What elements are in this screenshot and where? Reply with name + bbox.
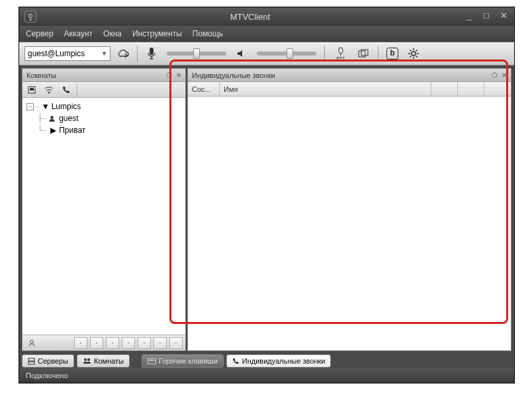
tree-private[interactable]: └·· ▶ Приват: [22, 124, 185, 136]
app-icon: [24, 11, 36, 22]
user-button[interactable]: [25, 337, 38, 350]
mic-button[interactable]: [143, 45, 160, 62]
menu-server[interactable]: Сервер: [26, 29, 54, 38]
svg-rect-16: [28, 358, 34, 361]
body: Комнаты ⬠ ✕ − ··: [19, 65, 514, 354]
tool-button-2[interactable]: ·: [90, 337, 103, 349]
menu-windows[interactable]: Окна: [103, 29, 122, 38]
tab-calls[interactable]: Индивидуальные звонки: [226, 354, 332, 368]
tree-line: ├··: [37, 114, 47, 123]
ptt-button[interactable]: PTT: [330, 45, 351, 62]
svg-rect-12: [30, 88, 34, 91]
tab-rooms[interactable]: Комнаты: [77, 354, 130, 368]
wifi-icon[interactable]: [42, 83, 56, 97]
svg-point-0: [29, 15, 32, 18]
tab-servers-label: Серверы: [38, 357, 68, 365]
menu-account[interactable]: Аккаунт: [64, 29, 93, 38]
statusbar: Подключено: [19, 368, 514, 383]
ptt-label: PTT: [336, 56, 345, 61]
user-icon: [48, 115, 58, 122]
svg-point-15: [30, 340, 34, 343]
close-icon[interactable]: ✕: [176, 71, 181, 79]
svg-point-13: [48, 93, 50, 94]
svg-rect-23: [153, 360, 154, 361]
calls-grid-body[interactable]: [188, 97, 511, 350]
tab-calls-label: Индивидуальные звонки: [242, 357, 326, 365]
volume-slider[interactable]: [257, 52, 316, 56]
pin-icon[interactable]: ⬠: [166, 71, 172, 79]
tab-hotkeys-label: Горячие клавиши: [159, 357, 218, 365]
close-icon[interactable]: ✕: [502, 71, 507, 79]
svg-point-14: [50, 116, 53, 118]
bottom-tabs: Серверы Комнаты Горячие клавиши Индивиду…: [22, 354, 511, 368]
toolbar: guest@Lumpics ▼ PTT b: [19, 42, 514, 65]
col-empty-3[interactable]: [484, 82, 511, 96]
account-combo-value: guest@Lumpics: [28, 49, 85, 58]
cloud-button[interactable]: [114, 45, 132, 62]
users-icon: [83, 358, 91, 364]
menubar: Сервер Аккаунт Окна Инструменты Помощь: [19, 26, 514, 42]
calls-panel: Индивидуальные звонки ⬠ ✕ Сос... Имя: [187, 68, 511, 351]
chevron-down-icon: ▼: [101, 50, 107, 57]
svg-point-19: [87, 358, 90, 361]
phone-icon[interactable]: [60, 83, 73, 97]
menu-tools[interactable]: Инструменты: [132, 29, 182, 38]
svg-rect-8: [359, 51, 365, 57]
triangle-right-icon: ▶: [48, 126, 58, 135]
rooms-tree[interactable]: − ·· ▼ Lumpics ├·· guest └·· ▶ Приват: [22, 98, 185, 335]
menu-help[interactable]: Помощь: [193, 29, 223, 38]
collapse-icon[interactable]: −: [26, 103, 34, 110]
speaker-button[interactable]: [233, 45, 250, 62]
separator: [77, 84, 77, 96]
tool-button-4[interactable]: ·: [122, 337, 135, 349]
col-state[interactable]: Сос...: [188, 82, 220, 96]
separator: [378, 46, 378, 61]
titlebar[interactable]: MTVClient _ □ ✕: [19, 7, 514, 26]
windows-button[interactable]: [355, 45, 373, 62]
rooms-panel-title: Комнаты: [26, 71, 56, 79]
triangle-down-icon: ▼: [41, 102, 50, 111]
tool-button-3[interactable]: ·: [106, 337, 119, 349]
tree-line: └··: [37, 126, 47, 135]
settings-button[interactable]: [405, 45, 422, 62]
separator: [137, 46, 138, 61]
tab-hotkeys[interactable]: Горячие клавиши: [142, 354, 224, 368]
tab-servers[interactable]: Серверы: [22, 354, 74, 368]
svg-rect-20: [148, 358, 156, 364]
tree-user[interactable]: ├·· guest: [22, 112, 185, 124]
col-name[interactable]: Имя: [220, 82, 431, 96]
calls-grid-header: Сос... Имя: [188, 82, 511, 97]
tool-button-1[interactable]: ·: [74, 337, 87, 349]
svg-point-10: [412, 52, 416, 56]
close-button[interactable]: ✕: [498, 12, 509, 21]
tree-private-label: Приват: [59, 126, 85, 135]
svg-rect-6: [339, 48, 343, 54]
status-text: Подключено: [26, 372, 68, 379]
phone-icon: [232, 358, 240, 365]
rooms-panel: Комнаты ⬠ ✕ − ··: [22, 68, 186, 351]
app-window: MTVClient _ □ ✕ Сервер Аккаунт Окна Инст…: [19, 7, 515, 383]
svg-rect-17: [28, 362, 34, 364]
mic-slider[interactable]: [167, 52, 226, 56]
window-controls: _ □ ✕: [464, 12, 509, 21]
server-icon[interactable]: [25, 83, 38, 97]
col-empty-2[interactable]: [458, 82, 484, 96]
tree-root[interactable]: − ·· ▼ Lumpics: [22, 100, 185, 112]
tool-button-6[interactable]: ·: [154, 337, 167, 349]
tool-button-7[interactable]: ·: [169, 337, 183, 349]
pin-icon[interactable]: ⬠: [492, 71, 498, 79]
account-combo[interactable]: guest@Lumpics ▼: [24, 46, 111, 61]
tab-rooms-label: Комнаты: [94, 357, 124, 365]
col-empty-1[interactable]: [431, 82, 458, 96]
tree-user-label: guest: [59, 114, 78, 123]
svg-point-18: [84, 358, 87, 361]
tool-button-5[interactable]: ·: [138, 337, 151, 349]
maximize-button[interactable]: □: [481, 12, 492, 21]
keyboard-icon: [148, 358, 156, 364]
server-icon: [28, 358, 35, 365]
bold-button[interactable]: b: [384, 45, 401, 62]
svg-rect-9: [361, 50, 368, 56]
tree-root-label: Lumpics: [52, 102, 81, 111]
svg-rect-21: [149, 360, 150, 361]
minimize-button[interactable]: _: [464, 12, 474, 21]
